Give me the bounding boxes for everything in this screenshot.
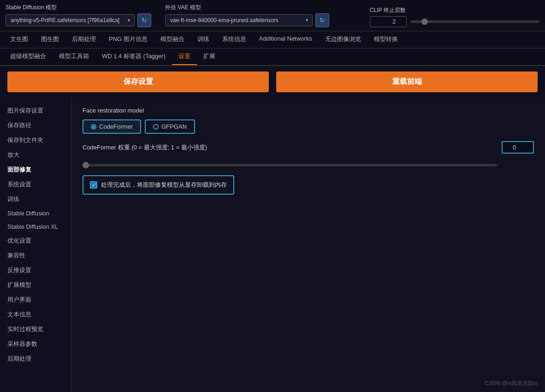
codeformer-weight-row: CodeFormer 权重 (0 = 最大强度; 1 = 最小强度) bbox=[83, 141, 534, 154]
sidebar-item-live-preview[interactable]: 实时过程预览 bbox=[0, 322, 71, 337]
tab-model-merge[interactable]: 模型融合 bbox=[154, 31, 191, 48]
sidebar-item-upscale[interactable]: 放大 bbox=[0, 148, 71, 162]
radio-gfpgan[interactable]: GFPGAN bbox=[145, 119, 195, 134]
reload-frontend-button[interactable]: 重载前端 bbox=[276, 71, 538, 92]
checkbox-label: 处理完成后，将面部修复模型从显存卸载到内存 bbox=[101, 181, 227, 189]
codeformer-weight-input[interactable] bbox=[502, 141, 534, 154]
clip-label: CLIP 终止层数 bbox=[370, 6, 539, 14]
tab-model-tools[interactable]: 模型工具箱 bbox=[53, 48, 95, 65]
sd-model-select-wrapper: anything-v5-PrtRE.safetensors [7f96a1a9c… bbox=[6, 14, 135, 26]
sidebar-item-extra-models[interactable]: 扩展模型 bbox=[0, 278, 71, 292]
clip-row bbox=[370, 16, 539, 27]
radio-dot-codeformer bbox=[91, 124, 96, 130]
tab-system-info[interactable]: 系统信息 bbox=[216, 31, 253, 48]
radio-codeformer-label: CodeFormer bbox=[99, 123, 133, 130]
sidebar-item-sampler[interactable]: 采样器参数 bbox=[0, 337, 71, 351]
vae-model-select-wrapper: vae-ft-mse-840000-ema-pruned.safetensors bbox=[165, 14, 313, 26]
clip-section: CLIP 终止层数 bbox=[370, 6, 539, 27]
face-model-offload-checkbox[interactable]: ✓ 处理完成后，将面部修复模型从显存卸载到内存 bbox=[83, 175, 234, 195]
tab-infinite-browse[interactable]: 无边图像浏览 bbox=[319, 31, 367, 48]
sidebar-item-interrogate[interactable]: 反推设置 bbox=[0, 263, 71, 278]
tab-super-merge[interactable]: 超级模型融合 bbox=[4, 48, 53, 65]
action-bar: 保存设置 重载前端 bbox=[0, 66, 545, 98]
face-model-radio-group: CodeFormer GFPGAN bbox=[83, 119, 534, 134]
clip-input[interactable] bbox=[370, 16, 407, 27]
sidebar-item-face-restore[interactable]: 面部修复 bbox=[0, 162, 71, 177]
tab-tagger[interactable]: WD 1.4 标签器 (Tagger) bbox=[95, 48, 172, 65]
tab-txt2img[interactable]: 文生图 bbox=[4, 31, 35, 48]
sd-model-select[interactable]: anything-v5-PrtRE.safetensors [7f96a1a9c… bbox=[6, 14, 135, 26]
sidebar-item-system[interactable]: 系统设置 bbox=[0, 177, 71, 192]
radio-codeformer[interactable]: CodeFormer bbox=[83, 119, 141, 134]
sd-model-section: Stable Diffusion 模型 anything-v5-PrtRE.sa… bbox=[6, 4, 151, 27]
radio-dot-gfpgan bbox=[153, 124, 159, 130]
nav-tabs-row2: 超级模型融合 模型工具箱 WD 1.4 标签器 (Tagger) 设置 扩展 bbox=[0, 48, 545, 66]
checkbox-icon: ✓ bbox=[90, 181, 97, 189]
sidebar-item-sd[interactable]: Stable Diffusion bbox=[0, 207, 71, 220]
sidebar-item-postprocessing[interactable]: 后期处理 bbox=[0, 351, 71, 366]
vae-model-row: vae-ft-mse-840000-ema-pruned.safetensors… bbox=[165, 13, 329, 27]
sidebar: 图片保存设置 保存路径 保存到文件夹 放大 面部修复 系统设置 训练 Stabl… bbox=[0, 98, 71, 392]
vae-model-select[interactable]: vae-ft-mse-840000-ema-pruned.safetensors bbox=[165, 14, 313, 26]
sidebar-item-compat[interactable]: 兼容性 bbox=[0, 248, 71, 263]
sd-model-refresh-button[interactable]: ↻ bbox=[137, 13, 151, 27]
top-bar: Stable Diffusion 模型 anything-v5-PrtRE.sa… bbox=[0, 0, 545, 31]
settings-panel: Face restoration model CodeFormer GFPGAN… bbox=[71, 98, 545, 392]
tab-settings[interactable]: 设置 bbox=[172, 48, 197, 65]
sidebar-item-train[interactable]: 训练 bbox=[0, 192, 71, 207]
vae-model-label: 外挂 VAE 模型 bbox=[165, 4, 329, 12]
vae-model-section: 外挂 VAE 模型 vae-ft-mse-840000-ema-pruned.s… bbox=[165, 4, 329, 27]
codeformer-weight-label: CodeFormer 权重 (0 = 最大强度; 1 = 最小强度) bbox=[83, 143, 496, 152]
vae-model-refresh-button[interactable]: ↻ bbox=[315, 13, 329, 27]
tab-png-info[interactable]: PNG 图片信息 bbox=[102, 31, 154, 48]
main-content: 图片保存设置 保存路径 保存到文件夹 放大 面部修复 系统设置 训练 Stabl… bbox=[0, 98, 545, 392]
tab-additional-networks[interactable]: Additional Networks bbox=[253, 31, 319, 48]
radio-gfpgan-label: GFPGAN bbox=[161, 123, 187, 130]
face-restoration-label: Face restoration model bbox=[83, 107, 534, 114]
sidebar-item-text-info[interactable]: 文本信息 bbox=[0, 307, 71, 322]
save-settings-button[interactable]: 保存设置 bbox=[7, 71, 269, 92]
sidebar-item-ui[interactable]: 用户界面 bbox=[0, 292, 71, 307]
tab-model-convert[interactable]: 模型转换 bbox=[367, 31, 404, 48]
codeformer-weight-slider[interactable] bbox=[83, 164, 497, 166]
tab-img2img[interactable]: 图生图 bbox=[35, 31, 65, 48]
tab-postprocess[interactable]: 后期处理 bbox=[65, 31, 102, 48]
sidebar-item-sd-xl[interactable]: Stable Diffusion XL bbox=[0, 220, 71, 233]
clip-slider[interactable] bbox=[410, 20, 539, 23]
tab-extensions[interactable]: 扩展 bbox=[197, 48, 222, 65]
sidebar-item-optimize[interactable]: 优化设置 bbox=[0, 233, 71, 248]
nav-tabs-row1: 文生图 图生图 后期处理 PNG 图片信息 模型融合 训练 系统信息 Addit… bbox=[0, 31, 545, 48]
tab-train[interactable]: 训练 bbox=[191, 31, 216, 48]
footer-credit: CSDN @w风雨无阻w bbox=[485, 380, 538, 387]
sidebar-item-save-path[interactable]: 保存路径 bbox=[0, 118, 71, 133]
sidebar-item-save-folder[interactable]: 保存到文件夹 bbox=[0, 133, 71, 148]
sidebar-item-image-save[interactable]: 图片保存设置 bbox=[0, 103, 71, 118]
sd-model-label: Stable Diffusion 模型 bbox=[6, 4, 151, 12]
sd-model-row: anything-v5-PrtRE.safetensors [7f96a1a9c… bbox=[6, 13, 151, 27]
